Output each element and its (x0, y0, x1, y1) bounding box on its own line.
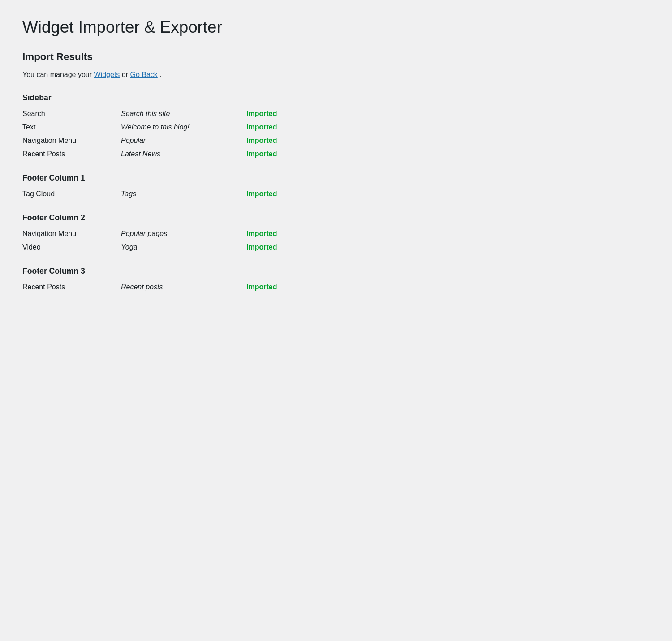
widget-name: Text (22, 123, 121, 131)
section-title-sidebar: Sidebar (22, 93, 650, 103)
widget-description: Search this site (121, 110, 246, 118)
widget-status: Imported (246, 190, 650, 198)
widget-status: Imported (246, 283, 650, 291)
widget-row: Recent PostsLatest NewsImported (22, 147, 650, 161)
widget-name: Recent Posts (22, 283, 121, 291)
widget-name: Video (22, 243, 121, 251)
widget-name: Recent Posts (22, 150, 121, 158)
widget-description: Popular pages (121, 230, 246, 238)
widget-name: Tag Cloud (22, 190, 121, 198)
widget-row: Recent PostsRecent postsImported (22, 280, 650, 294)
widget-row: VideoYogaImported (22, 241, 650, 254)
widget-row: SearchSearch this siteImported (22, 107, 650, 120)
sections-container: SidebarSearchSearch this siteImportedTex… (22, 93, 650, 294)
manage-text: You can manage your Widgets or Go Back . (22, 71, 650, 79)
widget-description: Yoga (121, 243, 246, 251)
widget-description: Latest News (121, 150, 246, 158)
section-sidebar: SidebarSearchSearch this siteImportedTex… (22, 93, 650, 161)
widget-status: Imported (246, 123, 650, 131)
widget-row: Navigation MenuPopularImported (22, 134, 650, 147)
section-title-footer-column-3: Footer Column 3 (22, 267, 650, 276)
section-title-footer-column-1: Footer Column 1 (22, 173, 650, 183)
widget-name: Navigation Menu (22, 137, 121, 145)
widget-description: Welcome to this blog! (121, 123, 246, 131)
section-footer-column-1: Footer Column 1Tag CloudTagsImported (22, 173, 650, 201)
widget-description: Tags (121, 190, 246, 198)
widget-name: Search (22, 110, 121, 118)
widget-status: Imported (246, 150, 650, 158)
widget-row: Navigation MenuPopular pagesImported (22, 227, 650, 241)
widget-status: Imported (246, 230, 650, 238)
section-footer-column-2: Footer Column 2Navigation MenuPopular pa… (22, 213, 650, 254)
widgets-link[interactable]: Widgets (94, 71, 120, 78)
manage-text-prefix: You can manage your (22, 71, 94, 78)
widget-row: TextWelcome to this blog!Imported (22, 120, 650, 134)
section-title-footer-column-2: Footer Column 2 (22, 213, 650, 223)
import-results-heading: Import Results (22, 51, 650, 63)
manage-text-middle: or (122, 71, 130, 78)
widget-status: Imported (246, 110, 650, 118)
section-footer-column-3: Footer Column 3Recent PostsRecent postsI… (22, 267, 650, 294)
widget-status: Imported (246, 243, 650, 251)
widget-description: Recent posts (121, 283, 246, 291)
widget-status: Imported (246, 137, 650, 145)
page-title: Widget Importer & Exporter (22, 18, 650, 37)
widget-row: Tag CloudTagsImported (22, 187, 650, 201)
manage-text-suffix: . (159, 71, 161, 78)
go-back-link[interactable]: Go Back (130, 71, 157, 78)
widget-description: Popular (121, 137, 246, 145)
widget-name: Navigation Menu (22, 230, 121, 238)
